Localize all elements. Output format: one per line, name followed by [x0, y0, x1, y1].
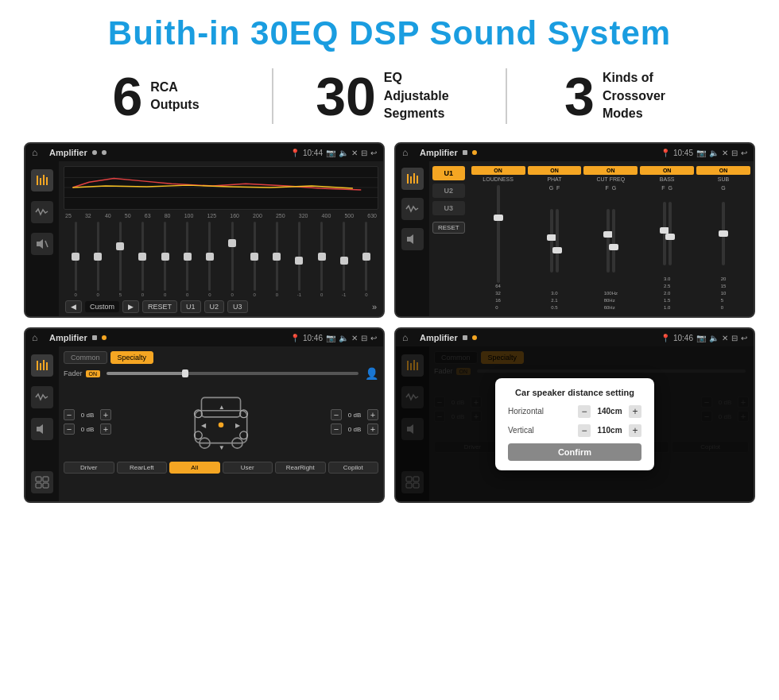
svg-marker-13: [407, 234, 413, 244]
minus-btn-3[interactable]: −: [331, 409, 342, 420]
back-icon-4[interactable]: ↩: [741, 334, 747, 342]
loudness-slider[interactable]: [497, 185, 500, 283]
phat-label: PHAT: [547, 176, 561, 182]
home-icon-1[interactable]: ⌂: [32, 146, 45, 159]
driver-btn[interactable]: Driver: [64, 462, 114, 474]
eq-slider-9[interactable]: 0: [244, 222, 265, 297]
phat-slider[interactable]: [550, 191, 559, 290]
u3-btn[interactable]: U3: [227, 300, 248, 313]
minus-btn-2[interactable]: −: [64, 423, 75, 435]
tab-specialty-3[interactable]: Specialty: [110, 351, 154, 364]
phat-values: 3.02.10.5: [551, 290, 557, 311]
eq-slider-6[interactable]: 0: [177, 222, 198, 297]
home-icon-2[interactable]: ⌂: [402, 146, 415, 159]
back-icon-1[interactable]: ↩: [370, 149, 377, 157]
all-btn[interactable]: All: [169, 462, 220, 474]
eq-slider-2[interactable]: 0: [87, 222, 108, 297]
eq-slider-5[interactable]: 0: [155, 222, 176, 297]
vertical-minus-btn[interactable]: −: [578, 424, 591, 437]
next-preset-btn[interactable]: ▶: [122, 300, 139, 313]
eq-slider-1[interactable]: 0: [65, 222, 86, 297]
eq-slider-4[interactable]: 0: [132, 222, 153, 297]
u2-btn[interactable]: U2: [204, 300, 225, 313]
back-icon-3[interactable]: ↩: [370, 334, 377, 342]
crossover-channels: ON LOUDNESS 6432160 ON PHAT G F: [468, 161, 754, 316]
expand-icon[interactable]: »: [372, 302, 377, 311]
eq-slider-3[interactable]: 5: [110, 222, 130, 297]
plus-btn-1[interactable]: +: [100, 409, 111, 420]
u3-preset-btn[interactable]: U3: [432, 201, 465, 215]
fader-on-badge[interactable]: ON: [86, 370, 101, 377]
sub-values: 20151050: [721, 276, 727, 311]
eq-sliders-row: 0 0 5 0 0 0 0 0 0 0 -1 0 -1 0: [64, 222, 378, 297]
vertical-plus-btn[interactable]: +: [629, 424, 641, 437]
reset-cross-btn[interactable]: RESET: [432, 222, 465, 234]
eq-graph: [64, 166, 378, 210]
svg-rect-14: [37, 361, 38, 370]
speaker-layout-icon[interactable]: [31, 471, 53, 493]
eq-filter-icon-3[interactable]: [31, 354, 53, 377]
stat-rca: 6 RCAOutputs: [48, 69, 264, 123]
screen1-statusbar: ⌂ Amplifier 📍 10:44 📷 🔈 ✕ ⊟ ↩: [25, 144, 383, 161]
bass-label: BASS: [660, 176, 675, 182]
db-value-3: 0 dB: [343, 412, 366, 419]
volume-icon-3: 🔈: [339, 334, 348, 342]
eq-slider-7[interactable]: 0: [200, 222, 220, 297]
reset-eq-btn[interactable]: RESET: [142, 300, 177, 313]
phat-on-btn[interactable]: ON: [528, 166, 582, 175]
fader-slider-track[interactable]: [107, 372, 358, 375]
rearleft-btn[interactable]: RearLeft: [117, 462, 168, 474]
u1-preset-btn[interactable]: U1: [432, 166, 465, 180]
minus-btn-1[interactable]: −: [64, 409, 75, 420]
eq-slider-10[interactable]: 0: [266, 222, 287, 297]
plus-btn-4[interactable]: +: [367, 423, 378, 435]
eq-slider-12[interactable]: 0: [312, 222, 332, 297]
confirm-button[interactable]: Confirm: [508, 443, 641, 461]
home-icon-3[interactable]: ⌂: [32, 331, 45, 344]
eq-slider-13[interactable]: -1: [334, 222, 355, 297]
volume-down-icon[interactable]: [31, 233, 53, 255]
plus-btn-3[interactable]: +: [367, 409, 378, 420]
bass-slider[interactable]: [663, 191, 672, 276]
user-btn-3[interactable]: User: [223, 462, 273, 474]
sub-on-btn[interactable]: ON: [696, 166, 750, 175]
u2-preset-btn[interactable]: U2: [432, 184, 465, 198]
waveform-icon-3[interactable]: [31, 386, 53, 408]
tab-common-3[interactable]: Common: [64, 351, 107, 364]
horizontal-plus-btn[interactable]: +: [629, 405, 641, 418]
copilot-btn[interactable]: Copilot: [328, 462, 379, 474]
minus-btn-4[interactable]: −: [331, 423, 342, 435]
eq-slider-8[interactable]: 0: [222, 222, 242, 297]
volume-icon-sb-3[interactable]: [31, 418, 53, 440]
screen4-statusbar: ⌂ Amplifier 📍 10:46 📷 🔈 ✕ ⊟ ↩: [396, 329, 754, 346]
horizontal-minus-btn[interactable]: −: [578, 405, 591, 418]
eq-filter-icon-2[interactable]: [401, 168, 424, 190]
rearright-btn[interactable]: RearRight: [275, 462, 326, 474]
svg-text:▲: ▲: [219, 404, 225, 411]
eq-slider-11[interactable]: -1: [289, 222, 309, 297]
eq-slider-14[interactable]: 0: [356, 222, 377, 297]
waveform-icon-2[interactable]: [401, 198, 424, 220]
u1-btn[interactable]: U1: [180, 300, 201, 313]
waveform-icon[interactable]: [31, 201, 53, 223]
cutfreq-slider[interactable]: [607, 191, 615, 290]
camera-icon-2: 📷: [696, 149, 706, 157]
svg-rect-16: [43, 360, 45, 370]
cutfreq-on-btn[interactable]: ON: [583, 166, 638, 175]
eq-filter-icon[interactable]: [31, 169, 53, 191]
svg-text:▼: ▼: [219, 444, 225, 451]
db-value-4: 0 dB: [343, 426, 366, 433]
volume-icon-sb-2[interactable]: [401, 228, 424, 250]
eq-freq-labels: 253240506380 100125160200250320 40050063…: [64, 213, 378, 219]
sub-slider[interactable]: [722, 191, 725, 276]
screen1-time: 10:44: [303, 149, 323, 157]
plus-btn-2[interactable]: +: [100, 423, 111, 435]
location-icon-1: 📍: [290, 149, 300, 157]
car-diagram: ▲ ▼ ◀ ▶: [116, 385, 326, 459]
prev-preset-btn[interactable]: ◀: [65, 300, 82, 313]
back-icon-2[interactable]: ↩: [741, 149, 747, 157]
volume-icon-4: 🔈: [709, 334, 719, 342]
home-icon-4[interactable]: ⌂: [402, 331, 415, 344]
bass-on-btn[interactable]: ON: [640, 166, 694, 175]
loudness-on-btn[interactable]: ON: [471, 166, 525, 175]
